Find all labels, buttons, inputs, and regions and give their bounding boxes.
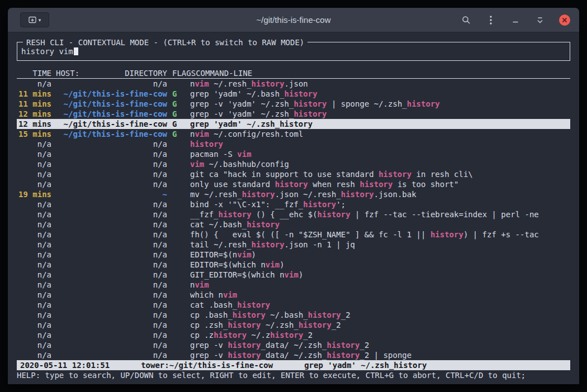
row-flags xyxy=(171,320,190,330)
history-row[interactable]: 15 mins~/git/this-is-fine-cowGnvim ~/.co… xyxy=(17,129,570,139)
row-flags xyxy=(171,169,190,179)
row-flags xyxy=(171,199,190,209)
status-bar: 2020-05-11 12:01:51 tower:~/git/this-is-… xyxy=(17,360,570,370)
history-row[interactable]: n/an/agrep -v history_data/ ~/.zsh_histo… xyxy=(17,340,570,350)
row-command: EDITOR=$(which nvim) xyxy=(190,260,570,270)
row-time: n/a xyxy=(17,260,51,270)
row-time: n/a xyxy=(17,250,51,260)
row-flags xyxy=(171,290,190,300)
row-time: n/a xyxy=(17,199,51,209)
row-host-directory: n/a xyxy=(56,139,167,149)
history-row[interactable]: 11 mins~/git/this-is-fine-cowGgrep 'yadm… xyxy=(17,89,570,99)
row-flags xyxy=(171,149,190,159)
row-flags xyxy=(171,209,190,219)
search-icon[interactable] xyxy=(461,15,472,26)
row-flags: G xyxy=(171,99,190,109)
close-icon[interactable] xyxy=(559,15,570,26)
row-command: cp .bash_history ~/.bash_history_2 xyxy=(190,310,570,320)
history-row[interactable]: 11 mins~/git/this-is-fine-cowGgrep -v 'y… xyxy=(17,99,570,109)
row-time: n/a xyxy=(17,350,51,360)
row-flags: G xyxy=(171,129,190,139)
row-flags: G xyxy=(171,119,190,129)
terminal-content: RESH CLI - CONTEXTUAL MODE - (CTRL+R to … xyxy=(8,32,579,384)
row-flags xyxy=(171,250,190,260)
row-command: bind -x '"\C-x1": __fzf_history'; xyxy=(190,199,570,209)
history-row[interactable]: n/an/anvim ~/.resh_history.json xyxy=(17,79,570,89)
history-row[interactable]: n/an/aGIT_EDITOR=$(which nvim) xyxy=(17,270,570,280)
history-row[interactable]: n/an/agrep -v history_data/ ~/.zsh_histo… xyxy=(17,350,570,360)
row-time: n/a xyxy=(17,209,51,219)
row-flags xyxy=(171,159,190,169)
row-host-directory: n/a xyxy=(56,300,167,310)
history-row[interactable]: n/an/atail ~/.resh_history.json -n 1 | j… xyxy=(17,240,570,250)
row-host-directory: n/a xyxy=(56,209,167,219)
history-row[interactable]: n/an/acp .zhistory ~/.zhistory_2 xyxy=(17,330,570,340)
row-command: pacman -S vim xyxy=(190,149,570,159)
row-command: grep 'yadm' ~/.bash_history xyxy=(190,89,570,99)
history-row[interactable]: 19 mins~mv ~/.resh_history.json ~/.resh_… xyxy=(17,189,570,199)
row-host-directory: n/a xyxy=(56,290,167,300)
row-command: nvim ~/.resh_history.json xyxy=(190,79,570,89)
history-row[interactable]: n/an/ahistory xyxy=(17,139,570,149)
header-time: TIME xyxy=(17,68,51,78)
row-host-directory: n/a xyxy=(56,260,167,270)
row-time: n/a xyxy=(17,159,51,169)
history-row[interactable]: n/an/agit ca "hack in support to use sta… xyxy=(17,169,570,179)
row-command: vim ~/.bashhub/config xyxy=(190,159,570,169)
row-host-directory: n/a xyxy=(56,270,167,280)
history-row[interactable]: n/an/acp .zsh_history ~/.zsh_history_2 xyxy=(17,320,570,330)
status-location: tower:~/git/this-is-fine-cow xyxy=(141,360,273,370)
history-row[interactable]: n/an/abind -x '"\C-x1": __fzf_history'; xyxy=(17,199,570,209)
history-row[interactable]: n/an/aEDITOR=$(nvim) xyxy=(17,250,570,260)
row-command: grep -v history_data/ ~/.zsh_history_2 xyxy=(190,340,570,350)
row-flags xyxy=(171,79,190,89)
history-row[interactable]: n/an/aEDITOR=$(which nvim) xyxy=(17,260,570,270)
row-host-directory: n/a xyxy=(56,350,167,360)
history-row[interactable]: 12 mins~/git/this-is-fine-cowGgrep -v 'y… xyxy=(17,109,570,119)
history-row[interactable]: n/an/acat ~/.bash_history xyxy=(17,219,570,230)
row-host-directory: n/a xyxy=(56,149,167,159)
row-time: n/a xyxy=(17,240,51,250)
row-time: 15 mins xyxy=(17,129,51,139)
row-host-directory: n/a xyxy=(56,159,167,169)
history-row[interactable]: 12 mins~/git/this-is-fine-cowGgrep 'yadm… xyxy=(17,119,570,129)
row-host-directory: n/a xyxy=(56,280,167,290)
history-row[interactable]: n/an/aonly use standard history when res… xyxy=(17,179,570,189)
titlebar: ▾ ~/git/this-is-fine-cow xyxy=(8,8,579,32)
row-time: n/a xyxy=(17,340,51,350)
minimize-icon[interactable] xyxy=(510,15,521,26)
history-row[interactable]: n/an/acat .bash_history xyxy=(17,300,570,310)
row-time: n/a xyxy=(17,290,51,300)
row-flags xyxy=(171,139,190,149)
row-flags xyxy=(171,270,190,280)
row-host-directory: n/a xyxy=(56,169,167,179)
row-host-directory: n/a xyxy=(56,219,167,230)
history-row[interactable]: n/an/a__fzf_history () { __ehc $(history… xyxy=(17,209,570,219)
restore-icon[interactable] xyxy=(534,15,546,26)
row-flags xyxy=(171,280,190,290)
history-row[interactable]: n/an/acp .bash_history ~/.bash_history_2 xyxy=(17,310,570,320)
menu-icon[interactable] xyxy=(485,15,496,26)
row-time: 11 mins xyxy=(17,99,51,109)
history-row[interactable]: n/an/avim ~/.bashhub/config xyxy=(17,159,570,169)
new-tab-button[interactable]: ▾ xyxy=(20,12,49,27)
history-row[interactable]: n/an/afh() { eval $( ([ -n "$ZSH_NAME" ]… xyxy=(17,230,570,240)
row-command: history xyxy=(190,139,570,149)
status-datetime: 2020-05-11 12:01:51 xyxy=(20,360,110,370)
header-command: COMMAND-LINE xyxy=(196,68,570,78)
row-flags xyxy=(171,310,190,320)
row-flags xyxy=(171,189,190,199)
row-host-directory: n/a xyxy=(56,310,167,320)
row-time: n/a xyxy=(17,320,51,330)
new-tab-icon xyxy=(29,16,36,23)
row-host-directory: ~/git/this-is-fine-cow xyxy=(56,89,167,99)
row-time: n/a xyxy=(17,330,51,340)
history-row[interactable]: n/an/awhich nvim xyxy=(17,290,570,300)
row-flags xyxy=(171,300,190,310)
row-flags xyxy=(171,260,190,270)
history-row[interactable]: n/an/apacman -S vim xyxy=(17,149,570,159)
history-row[interactable]: n/an/anvim xyxy=(17,280,570,290)
header-flags: FLAGS xyxy=(171,68,196,78)
row-flags xyxy=(171,350,190,360)
row-command: cat ~/.bash_history xyxy=(190,219,570,230)
